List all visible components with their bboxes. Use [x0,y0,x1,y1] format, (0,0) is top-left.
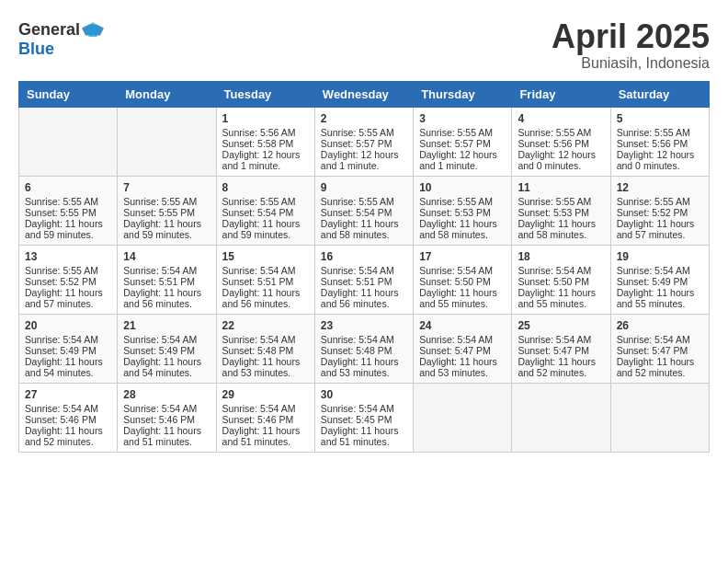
calendar-cell: 25Sunrise: 5:54 AMSunset: 5:47 PMDayligh… [512,314,610,383]
day-number: 25 [518,319,604,332]
location: Buniasih, Indonesia [552,55,710,72]
sunset-text: Sunset: 5:51 PM [222,276,309,287]
day-number: 4 [518,112,604,125]
title-area: April 2025 Buniasih, Indonesia [552,18,710,72]
sunset-text: Sunset: 5:47 PM [617,345,703,356]
sunrise-text: Sunrise: 5:54 AM [617,265,703,276]
day-number: 15 [222,250,309,263]
column-header-tuesday: Tuesday [216,81,314,107]
sunrise-text: Sunrise: 5:54 AM [321,265,407,276]
sunset-text: Sunset: 5:55 PM [123,207,210,218]
calendar-cell: 7Sunrise: 5:55 AMSunset: 5:55 PMDaylight… [118,176,216,245]
daylight-text: Daylight: 12 hours and 1 minute. [222,149,309,171]
calendar-cell: 28Sunrise: 5:54 AMSunset: 5:46 PMDayligh… [118,383,216,452]
calendar-cell: 2Sunrise: 5:55 AMSunset: 5:57 PMDaylight… [314,107,413,176]
logo: General Blue [18,18,104,58]
sunrise-text: Sunrise: 5:54 AM [222,265,309,276]
day-number: 19 [617,250,703,263]
calendar-cell: 4Sunrise: 5:55 AMSunset: 5:56 PMDaylight… [512,107,610,176]
daylight-text: Daylight: 11 hours and 59 minutes. [123,218,210,240]
day-number: 2 [321,112,407,125]
sunrise-text: Sunrise: 5:54 AM [321,334,407,345]
daylight-text: Daylight: 11 hours and 55 minutes. [617,287,703,309]
sunrise-text: Sunrise: 5:54 AM [419,334,506,345]
sunset-text: Sunset: 5:58 PM [222,138,309,149]
calendar-cell: 11Sunrise: 5:55 AMSunset: 5:53 PMDayligh… [512,176,610,245]
sunrise-text: Sunrise: 5:54 AM [123,265,210,276]
calendar-cell: 27Sunrise: 5:54 AMSunset: 5:46 PMDayligh… [19,383,118,452]
daylight-text: Daylight: 11 hours and 52 minutes. [518,356,604,378]
calendar-week-5: 27Sunrise: 5:54 AMSunset: 5:46 PMDayligh… [19,383,710,452]
day-number: 13 [25,250,111,263]
sunset-text: Sunset: 5:52 PM [25,276,111,287]
calendar-week-1: 1Sunrise: 5:56 AMSunset: 5:58 PMDaylight… [19,107,710,176]
day-number: 9 [321,181,407,194]
day-number: 26 [617,319,703,332]
day-number: 6 [25,181,111,194]
sunset-text: Sunset: 5:49 PM [617,276,703,287]
day-number: 17 [419,250,506,263]
daylight-text: Daylight: 11 hours and 51 minutes. [321,425,407,447]
page-header: General Blue April 2025 Buniasih, Indone… [18,18,710,72]
sunrise-text: Sunrise: 5:54 AM [617,334,703,345]
sunrise-text: Sunrise: 5:54 AM [419,265,506,276]
sunset-text: Sunset: 5:51 PM [123,276,210,287]
daylight-text: Daylight: 12 hours and 0 minutes. [617,149,703,171]
calendar-cell: 12Sunrise: 5:55 AMSunset: 5:52 PMDayligh… [610,176,709,245]
daylight-text: Daylight: 11 hours and 56 minutes. [222,287,309,309]
column-header-friday: Friday [512,81,610,107]
column-header-wednesday: Wednesday [314,81,413,107]
calendar-cell: 18Sunrise: 5:54 AMSunset: 5:50 PMDayligh… [512,245,610,314]
calendar-cell [414,383,512,452]
daylight-text: Daylight: 11 hours and 57 minutes. [25,287,111,309]
sunrise-text: Sunrise: 5:55 AM [321,196,407,207]
sunrise-text: Sunrise: 5:54 AM [123,403,210,414]
calendar-cell: 1Sunrise: 5:56 AMSunset: 5:58 PMDaylight… [216,107,314,176]
calendar-cell: 21Sunrise: 5:54 AMSunset: 5:49 PMDayligh… [118,314,216,383]
daylight-text: Daylight: 11 hours and 58 minutes. [419,218,506,240]
column-header-monday: Monday [118,81,216,107]
calendar-cell: 24Sunrise: 5:54 AMSunset: 5:47 PMDayligh… [414,314,512,383]
calendar-cell: 30Sunrise: 5:54 AMSunset: 5:45 PMDayligh… [314,383,413,452]
daylight-text: Daylight: 11 hours and 52 minutes. [25,425,111,447]
calendar-cell: 19Sunrise: 5:54 AMSunset: 5:49 PMDayligh… [610,245,709,314]
daylight-text: Daylight: 11 hours and 59 minutes. [25,218,111,240]
day-number: 20 [25,319,111,332]
calendar-week-3: 13Sunrise: 5:55 AMSunset: 5:52 PMDayligh… [19,245,710,314]
calendar-cell: 17Sunrise: 5:54 AMSunset: 5:50 PMDayligh… [414,245,512,314]
sunrise-text: Sunrise: 5:55 AM [123,196,210,207]
sunset-text: Sunset: 5:51 PM [321,276,407,287]
calendar-cell [118,107,216,176]
sunrise-text: Sunrise: 5:55 AM [518,196,604,207]
calendar-cell: 13Sunrise: 5:55 AMSunset: 5:52 PMDayligh… [19,245,118,314]
calendar-cell: 26Sunrise: 5:54 AMSunset: 5:47 PMDayligh… [610,314,709,383]
sunset-text: Sunset: 5:53 PM [419,207,506,218]
sunset-text: Sunset: 5:49 PM [123,345,210,356]
sunset-text: Sunset: 5:57 PM [321,138,407,149]
daylight-text: Daylight: 12 hours and 0 minutes. [518,149,604,171]
sunrise-text: Sunrise: 5:54 AM [222,403,309,414]
day-number: 24 [419,319,506,332]
sunrise-text: Sunrise: 5:55 AM [25,196,111,207]
day-number: 29 [222,388,309,401]
day-number: 10 [419,181,506,194]
sunrise-text: Sunrise: 5:54 AM [25,403,111,414]
daylight-text: Daylight: 11 hours and 53 minutes. [222,356,309,378]
daylight-text: Daylight: 11 hours and 53 minutes. [321,356,407,378]
calendar-cell: 3Sunrise: 5:55 AMSunset: 5:57 PMDaylight… [414,107,512,176]
sunrise-text: Sunrise: 5:54 AM [518,265,604,276]
daylight-text: Daylight: 11 hours and 56 minutes. [321,287,407,309]
day-number: 14 [123,250,210,263]
sunset-text: Sunset: 5:56 PM [518,138,604,149]
day-number: 3 [419,112,506,125]
daylight-text: Daylight: 11 hours and 53 minutes. [419,356,506,378]
daylight-text: Daylight: 11 hours and 59 minutes. [222,218,309,240]
sunset-text: Sunset: 5:56 PM [617,138,703,149]
sunrise-text: Sunrise: 5:55 AM [617,127,703,138]
sunrise-text: Sunrise: 5:54 AM [25,334,111,345]
day-number: 30 [321,388,407,401]
calendar-cell: 20Sunrise: 5:54 AMSunset: 5:49 PMDayligh… [19,314,118,383]
daylight-text: Daylight: 11 hours and 56 minutes. [123,287,210,309]
daylight-text: Daylight: 11 hours and 51 minutes. [222,425,309,447]
sunrise-text: Sunrise: 5:54 AM [321,403,407,414]
